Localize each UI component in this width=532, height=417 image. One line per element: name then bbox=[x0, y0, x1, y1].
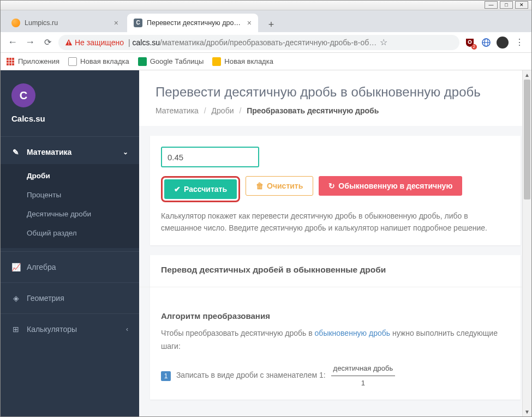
decimal-input[interactable] bbox=[161, 147, 259, 167]
forward-button[interactable]: → bbox=[23, 36, 37, 49]
svg-rect-10 bbox=[7, 61, 9, 63]
sidebar-item-algebra[interactable]: 📈 Алгебра bbox=[1, 255, 139, 279]
sidebar-item-mathematics[interactable]: ✎ Математика ⌄ bbox=[1, 140, 139, 164]
not-secure-text: Не защищено bbox=[75, 38, 124, 47]
bookmark-google-sheets[interactable]: Google Таблицы bbox=[138, 57, 204, 66]
warning-icon bbox=[65, 39, 73, 46]
tab-close-icon[interactable]: × bbox=[247, 19, 252, 27]
section-title: Перевод десятичных дробей в обыкновенные… bbox=[161, 265, 510, 275]
window-maximize-button[interactable]: □ bbox=[500, 1, 513, 9]
breadcrumb-link[interactable]: Дроби bbox=[212, 106, 234, 115]
favicon-lumpics bbox=[11, 19, 20, 27]
sidebar-sub-decimals[interactable]: Десятичные дроби bbox=[1, 204, 139, 223]
apps-icon bbox=[6, 57, 15, 66]
explanation-card: Перевод десятичных дробей в обыкновенные… bbox=[150, 255, 521, 400]
bookmark-label: Новая вкладка bbox=[224, 57, 273, 65]
page-header: Перевести десятичную дробь в обыкновенну… bbox=[139, 70, 531, 126]
swap-button[interactable]: ↻ Обыкновенную в десятичную bbox=[319, 176, 462, 196]
divider bbox=[1, 136, 139, 137]
svg-rect-12 bbox=[12, 61, 14, 63]
reload-button[interactable]: ⟳ bbox=[41, 36, 54, 49]
button-label: Очистить bbox=[267, 182, 303, 190]
sheets-icon bbox=[138, 57, 147, 66]
bookmark-label: Новая вкладка bbox=[80, 57, 129, 65]
browser-menu-button[interactable]: ⋮ bbox=[513, 36, 526, 49]
sidebar-item-geometry[interactable]: ◈ Геометрия bbox=[1, 286, 139, 310]
sidebar-label: Математика bbox=[27, 148, 71, 156]
sidebar-brand[interactable]: C Calcs.su bbox=[1, 70, 139, 133]
tab-strip: Lumpics.ru × C Перевести десятичную дроб… bbox=[1, 10, 531, 32]
trash-icon: 🗑 bbox=[256, 182, 264, 190]
tab-title: Lumpics.ru bbox=[25, 19, 111, 27]
scroll-thumb[interactable] bbox=[524, 80, 530, 200]
brand-name: Calcs.su bbox=[11, 114, 128, 123]
vertical-scrollbar[interactable]: ▲ ▼ bbox=[522, 70, 531, 416]
chevron-down-icon: ⌄ bbox=[123, 148, 128, 156]
step-number-badge: 1 bbox=[161, 371, 171, 381]
bookmark-new-tab-2[interactable]: Новая вкладка bbox=[212, 57, 273, 66]
sidebar-sub-fractions[interactable]: Дроби bbox=[1, 166, 139, 185]
address-bar[interactable]: Не защищено | calcs.su/математика/дроби/… bbox=[58, 35, 459, 50]
bookmarks-bar: Приложения Новая вкладка Google Таблицы … bbox=[1, 53, 531, 70]
diamond-icon: ◈ bbox=[11, 294, 20, 303]
calculate-button[interactable]: ✔ Рассчитать bbox=[164, 179, 237, 199]
bookmark-new-tab-1[interactable]: Новая вкладка bbox=[68, 57, 129, 66]
extension-ublock-icon[interactable]: 2 bbox=[464, 37, 476, 49]
sidebar-item-calculators[interactable]: ⊞ Калькуляторы ‹ bbox=[1, 317, 139, 341]
chart-line-icon: 📈 bbox=[11, 263, 20, 271]
back-button[interactable]: ← bbox=[6, 36, 19, 49]
svg-rect-13 bbox=[7, 63, 9, 65]
divider bbox=[1, 282, 139, 283]
tab-lumpics[interactable]: Lumpics.ru × bbox=[5, 14, 125, 32]
scroll-down-arrow[interactable]: ▼ bbox=[523, 407, 531, 416]
calculator-card: ✔ Рассчитать 🗑 Очистить ↻ Обыкновенную в… bbox=[150, 136, 521, 245]
scroll-up-arrow[interactable]: ▲ bbox=[523, 70, 531, 80]
breadcrumb-current: Преобразовать десятичную дробь bbox=[247, 106, 379, 115]
favicon-calcs: C bbox=[134, 19, 142, 27]
algorithm-title: Алгоритм преобразования bbox=[161, 311, 510, 321]
calculator-description: Калькулятор покажет как перевести десяти… bbox=[161, 210, 510, 234]
new-tab-button[interactable]: + bbox=[264, 17, 279, 32]
clear-button[interactable]: 🗑 Очистить bbox=[246, 176, 313, 196]
divider bbox=[1, 251, 139, 252]
tab-title: Перевести десятичную дробь в bbox=[147, 19, 244, 27]
svg-rect-9 bbox=[12, 58, 14, 60]
sidebar-sub-percents[interactable]: Проценты bbox=[1, 185, 139, 204]
svg-point-3 bbox=[469, 41, 471, 43]
bookmark-star-icon[interactable]: ☆ bbox=[380, 37, 387, 47]
window-titlebar: — □ ✕ bbox=[1, 1, 531, 10]
refresh-icon: ↻ bbox=[328, 182, 335, 190]
extension-globe-icon[interactable] bbox=[480, 37, 492, 49]
sidebar-submenu: Дроби Проценты Десятичные дроби Общий ра… bbox=[1, 164, 139, 248]
breadcrumb-link[interactable]: Математика bbox=[156, 106, 199, 115]
window-close-button[interactable]: ✕ bbox=[515, 1, 528, 9]
button-label: Обыкновенную в десятичную bbox=[338, 182, 452, 190]
sidebar-label: Калькуляторы bbox=[27, 325, 77, 334]
page-title: Перевести десятичную дробь в обыкновенну… bbox=[156, 84, 515, 100]
svg-rect-15 bbox=[12, 63, 14, 65]
check-icon: ✔ bbox=[174, 185, 181, 194]
button-label: Рассчитать bbox=[184, 185, 227, 194]
bookmark-label: Google Таблицы bbox=[150, 57, 204, 65]
window-minimize-button[interactable]: — bbox=[485, 1, 498, 9]
tab-close-icon[interactable]: × bbox=[114, 19, 118, 27]
sidebar: C Calcs.su ✎ Математика ⌄ Дроби Проценты… bbox=[1, 70, 139, 416]
edit-icon: ✎ bbox=[11, 148, 20, 156]
common-fraction-link[interactable]: обыкновенную дробь bbox=[315, 329, 390, 337]
extension-badge: 2 bbox=[471, 44, 477, 50]
file-icon bbox=[212, 57, 221, 66]
svg-rect-11 bbox=[9, 61, 11, 63]
bookmark-label: Приложения bbox=[18, 57, 59, 65]
svg-rect-14 bbox=[9, 63, 11, 65]
bookmark-apps[interactable]: Приложения bbox=[6, 57, 59, 66]
svg-rect-1 bbox=[68, 44, 69, 44]
main-content: Перевести десятичную дробь в обыкновенну… bbox=[139, 70, 531, 416]
calculator-icon: ⊞ bbox=[11, 325, 20, 334]
tab-calcs[interactable]: C Перевести десятичную дробь в × bbox=[127, 14, 258, 32]
algorithm-intro: Чтобы преобразовать десятичную дробь в о… bbox=[161, 327, 510, 353]
file-icon bbox=[68, 57, 77, 66]
security-indicator[interactable]: Не защищено bbox=[65, 38, 124, 47]
sidebar-sub-general[interactable]: Общий раздел bbox=[1, 223, 139, 243]
svg-rect-7 bbox=[7, 58, 9, 60]
profile-avatar[interactable] bbox=[497, 37, 509, 49]
